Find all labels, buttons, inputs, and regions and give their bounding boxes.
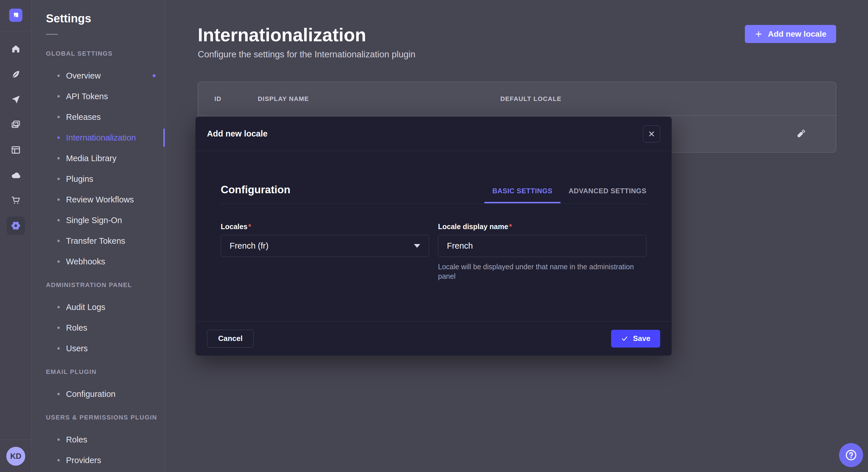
pencil-icon bbox=[795, 128, 807, 140]
bullet-icon bbox=[57, 116, 60, 118]
sidebar-item-email-configuration[interactable]: Configuration bbox=[32, 384, 165, 404]
bullet-icon bbox=[57, 95, 60, 98]
bullet-icon bbox=[57, 219, 60, 222]
question-mark-icon bbox=[845, 449, 857, 461]
media-library-icon[interactable] bbox=[3, 112, 28, 137]
bullet-icon bbox=[57, 260, 60, 263]
cart-icon[interactable] bbox=[3, 188, 28, 213]
locales-field-group: Locales* French (fr) bbox=[221, 222, 429, 281]
feather-icon[interactable] bbox=[3, 62, 28, 87]
rail-divider bbox=[0, 31, 32, 31]
chevron-down-icon bbox=[414, 244, 420, 248]
display-name-hint: Locale will be displayed under that name… bbox=[438, 262, 636, 281]
required-asterisk: * bbox=[509, 223, 512, 231]
sidebar-item-review-workflows[interactable]: Review Workflows bbox=[32, 189, 165, 210]
required-asterisk: * bbox=[248, 223, 251, 231]
column-header-default-locale: DEFAULT LOCALE bbox=[500, 82, 561, 115]
layout-icon[interactable] bbox=[3, 137, 28, 163]
table-header-row: ID DISPLAY NAME DEFAULT LOCALE bbox=[198, 82, 836, 115]
plus-icon bbox=[755, 30, 763, 38]
configuration-title: Configuration bbox=[221, 183, 290, 196]
modal-close-button[interactable] bbox=[643, 125, 660, 142]
bullet-icon bbox=[57, 240, 60, 242]
sidebar-title-underline bbox=[46, 34, 58, 35]
rail-divider-bottom bbox=[0, 440, 32, 440]
sidebar-item-up-providers[interactable]: Providers bbox=[32, 450, 165, 471]
sidebar-item-transfer-tokens[interactable]: Transfer Tokens bbox=[32, 231, 165, 251]
bullet-icon bbox=[57, 136, 60, 139]
add-new-locale-button[interactable]: Add new locale bbox=[745, 25, 836, 43]
home-icon[interactable] bbox=[3, 36, 28, 62]
tab-basic-settings[interactable]: BASIC SETTINGS bbox=[492, 187, 553, 195]
sidebar-item-up-roles[interactable]: Roles bbox=[32, 429, 165, 450]
active-item-indicator bbox=[163, 129, 165, 147]
main-nav-rail: KD bbox=[0, 0, 32, 472]
configuration-section-header: Configuration BASIC SETTINGS ADVANCED SE… bbox=[221, 183, 646, 204]
bullet-icon bbox=[57, 157, 60, 160]
section-header-administration-panel: ADMINISTRATION PANEL bbox=[46, 281, 165, 289]
locales-select-value: French (fr) bbox=[229, 241, 268, 250]
sidebar-item-single-sign-on[interactable]: Single Sign-On bbox=[32, 210, 165, 231]
settings-gear-icon bbox=[7, 216, 25, 235]
close-icon bbox=[647, 130, 656, 138]
sidebar-item-releases[interactable]: Releases bbox=[32, 107, 165, 127]
section-header-email-plugin: EMAIL PLUGIN bbox=[46, 368, 165, 376]
bullet-icon bbox=[57, 327, 60, 329]
modal-header: Add new locale bbox=[195, 117, 672, 151]
column-header-display-name: DISPLAY NAME bbox=[258, 82, 309, 115]
display-name-value: French bbox=[447, 241, 473, 250]
strapi-logo[interactable] bbox=[9, 9, 22, 22]
tab-advanced-settings[interactable]: ADVANCED SETTINGS bbox=[569, 187, 646, 195]
settings-tabs: BASIC SETTINGS ADVANCED SETTINGS bbox=[492, 187, 646, 195]
locales-label: Locales* bbox=[221, 222, 429, 231]
cancel-button[interactable]: Cancel bbox=[207, 330, 254, 347]
sidebar-title: Settings bbox=[46, 11, 165, 25]
sidebar-item-webhooks[interactable]: Webhooks bbox=[32, 251, 165, 272]
paper-plane-icon[interactable] bbox=[3, 87, 28, 112]
bullet-icon bbox=[57, 393, 60, 395]
user-avatar[interactable]: KD bbox=[6, 447, 25, 466]
page-title: Internationalization bbox=[198, 25, 366, 45]
section-header-global-settings: GLOBAL SETTINGS bbox=[46, 49, 165, 57]
save-button[interactable]: Save bbox=[611, 330, 660, 347]
bullet-icon bbox=[57, 198, 60, 201]
bullet-icon bbox=[57, 459, 60, 461]
column-header-id: ID bbox=[214, 82, 221, 115]
bullet-icon bbox=[57, 178, 60, 180]
modal-title: Add new locale bbox=[207, 129, 268, 138]
notification-dot bbox=[153, 74, 156, 77]
sidebar-item-api-tokens[interactable]: API Tokens bbox=[32, 86, 165, 107]
sidebar-item-admin-roles[interactable]: Roles bbox=[32, 317, 165, 338]
display-name-field-group: Locale display name* French Locale will … bbox=[438, 222, 646, 281]
bullet-icon bbox=[57, 438, 60, 441]
section-header-users-permissions-plugin: USERS & PERMISSIONS PLUGIN bbox=[46, 413, 165, 421]
display-name-input[interactable]: French bbox=[438, 235, 646, 257]
sidebar-item-plugins[interactable]: Plugins bbox=[32, 169, 165, 189]
edit-locale-button[interactable] bbox=[794, 127, 808, 141]
sidebar-item-media-library[interactable]: Media Library bbox=[32, 148, 165, 169]
sidebar-item-overview[interactable]: Overview bbox=[32, 65, 165, 86]
display-name-label: Locale display name* bbox=[438, 222, 646, 231]
modal-body: Configuration BASIC SETTINGS ADVANCED SE… bbox=[195, 183, 672, 281]
modal-footer: Cancel Save bbox=[195, 321, 672, 356]
bullet-icon bbox=[57, 347, 60, 349]
bullet-icon bbox=[57, 74, 60, 77]
add-new-locale-modal: Add new locale Configuration BASIC SETTI… bbox=[195, 117, 672, 356]
help-button[interactable] bbox=[839, 443, 863, 467]
sidebar-item-internationalization[interactable]: Internationalization bbox=[32, 127, 165, 148]
settings-rail-item[interactable] bbox=[3, 213, 28, 238]
sidebar-item-admin-users[interactable]: Users bbox=[32, 338, 165, 359]
check-icon bbox=[621, 335, 628, 342]
bullet-icon bbox=[57, 306, 60, 308]
sidebar-item-audit-logs[interactable]: Audit Logs bbox=[32, 297, 165, 317]
locales-select[interactable]: French (fr) bbox=[221, 235, 429, 257]
locale-form: Locales* French (fr) Locale display name… bbox=[221, 222, 646, 281]
settings-sidebar: Settings GLOBAL SETTINGS Overview API To… bbox=[32, 0, 165, 472]
page-subtitle: Configure the settings for the Internati… bbox=[198, 49, 415, 60]
cloud-icon[interactable] bbox=[3, 163, 28, 188]
